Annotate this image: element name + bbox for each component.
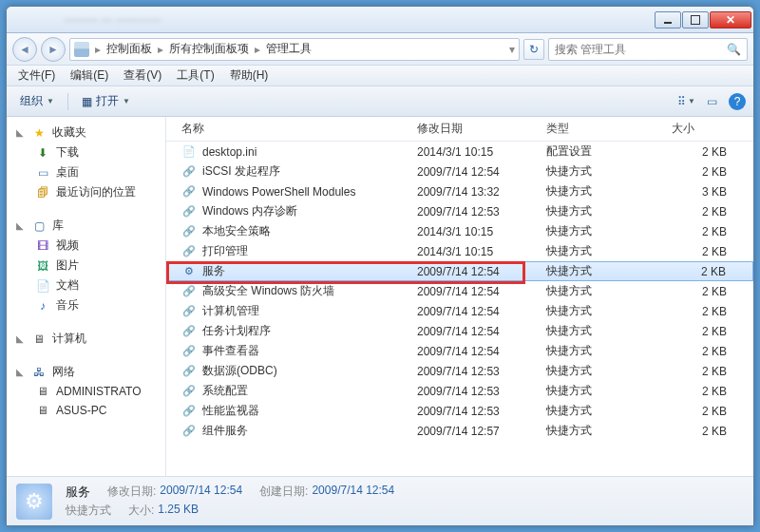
file-name: 打印管理 — [202, 243, 417, 259]
file-type: 快捷方式 — [546, 303, 672, 319]
sidebar-item[interactable]: 📄文档 — [7, 276, 165, 295]
file-size: 2 KB — [672, 165, 753, 179]
file-name: 系统配置 — [202, 383, 417, 399]
help-icon[interactable]: ? — [729, 93, 746, 110]
sidebar-group-head[interactable]: ◣★收藏夹 — [7, 123, 165, 142]
sidebar-item-label: ADMINISTRATO — [56, 385, 142, 398]
sidebar-item[interactable]: ⬇下载 — [7, 142, 165, 162]
file-row[interactable]: 🔗组件服务2009/7/14 12:57快捷方式2 KB — [166, 421, 753, 441]
search-input[interactable] — [555, 43, 727, 56]
file-row[interactable]: 🔗Windows PowerShell Modules2009/7/14 13:… — [166, 181, 753, 201]
file-icon: ⚙ — [181, 264, 197, 279]
col-type[interactable]: 类型 — [546, 121, 672, 137]
file-row[interactable]: ⚙服务2009/7/14 12:54快捷方式2 KB — [166, 261, 753, 281]
file-icon: 🔗 — [181, 284, 197, 299]
file-date: 2009/7/14 12:54 — [417, 285, 546, 298]
file-type: 快捷方式 — [546, 423, 672, 439]
expand-icon: ◣ — [16, 367, 26, 377]
chevron-down-icon: ▼ — [688, 97, 695, 105]
file-row[interactable]: 📄desktop.ini2014/3/1 10:15配置设置2 KB — [166, 142, 753, 162]
file-icon: 🔗 — [181, 404, 197, 419]
open-button[interactable]: ▦ 打开 ▼ — [76, 91, 136, 111]
chevron-down-icon: ▼ — [47, 97, 54, 105]
open-icon: ▦ — [82, 95, 92, 108]
nav-back-button[interactable]: ◄ — [12, 37, 37, 62]
sidebar-item[interactable]: 🖼图片 — [7, 256, 165, 276]
file-date: 2009/7/14 12:54 — [417, 265, 546, 278]
file-row[interactable]: 🔗数据源(ODBC)2009/7/14 12:53快捷方式2 KB — [166, 361, 753, 381]
file-icon: 🔗 — [181, 164, 197, 180]
breadcrumb-item[interactable]: 控制面板 — [103, 41, 156, 57]
breadcrumb-item[interactable]: 所有控制面板项 — [165, 41, 253, 57]
view-mode-button[interactable]: ⠿ ▼ — [677, 95, 695, 108]
file-row[interactable]: 🔗任务计划程序2009/7/14 12:54快捷方式2 KB — [166, 321, 753, 341]
close-button[interactable]: ✕ — [710, 11, 751, 28]
breadcrumb-item[interactable]: 管理工具 — [262, 41, 315, 57]
star-icon: ★ — [31, 125, 47, 141]
sidebar-item-label: 音乐 — [56, 297, 79, 314]
sidebar-group-head[interactable]: ◣🖥计算机 — [7, 329, 165, 349]
nav-forward-button[interactable]: ► — [41, 37, 66, 62]
file-row[interactable]: 🔗计算机管理2009/7/14 12:54快捷方式2 KB — [166, 301, 753, 321]
content-area: ◣★收藏夹⬇下载▭桌面🗐最近访问的位置◣▢库🎞视频🖼图片📄文档♪音乐◣🖥计算机◣… — [7, 117, 753, 476]
sidebar-item-label: 下载 — [56, 144, 79, 161]
file-row[interactable]: 🔗性能监视器2009/7/14 12:53快捷方式2 KB — [166, 401, 753, 421]
expand-icon: ◣ — [16, 127, 26, 138]
breadcrumb-root-icon — [74, 42, 89, 57]
menu-file[interactable]: 文件(F) — [12, 67, 61, 84]
sidebar-group-head[interactable]: ◣🖧网络 — [7, 362, 165, 382]
chevron-right-icon: ▸ — [158, 43, 163, 56]
menu-help[interactable]: 帮助(H) — [224, 67, 275, 84]
search-icon[interactable]: 🔍 — [727, 43, 741, 56]
file-row[interactable]: 🔗本地安全策略2014/3/1 10:15快捷方式2 KB — [166, 221, 753, 241]
search-box[interactable]: 🔍 — [548, 38, 748, 61]
status-bar: ⚙ 服务 修改日期:2009/7/14 12:54 创建日期:2009/7/14… — [7, 476, 753, 525]
pc-icon: 🖥 — [35, 384, 50, 399]
file-size: 2 KB — [672, 265, 752, 278]
col-date[interactable]: 修改日期 — [417, 121, 546, 137]
sidebar-group-head[interactable]: ◣▢库 — [7, 216, 165, 236]
file-row[interactable]: 🔗打印管理2014/3/1 10:15快捷方式2 KB — [166, 241, 753, 261]
file-date: 2014/3/1 10:15 — [417, 145, 546, 159]
dk-icon: ▭ — [35, 165, 50, 180]
minimize-button[interactable] — [655, 11, 681, 28]
sidebar-group-label: 计算机 — [52, 331, 86, 347]
file-row[interactable]: 🔗iSCSI 发起程序2009/7/14 12:54快捷方式2 KB — [166, 162, 753, 181]
sidebar-item[interactable]: 🎞视频 — [7, 236, 165, 256]
col-name[interactable]: 名称 — [181, 121, 417, 137]
sidebar-item[interactable]: ♪音乐 — [7, 295, 165, 315]
file-row[interactable]: 🔗Windows 内存诊断2009/7/14 12:53快捷方式2 KB — [166, 201, 753, 221]
rc-icon: 🗐 — [35, 185, 50, 200]
breadcrumb[interactable]: ▸ 控制面板 ▸ 所有控制面板项 ▸ 管理工具 ▾ — [69, 38, 520, 61]
file-type: 快捷方式 — [546, 323, 672, 339]
toolbar-right: ⠿ ▼ ▭ ? — [677, 93, 746, 110]
menu-tools[interactable]: 工具(T) — [171, 67, 219, 84]
sidebar: ◣★收藏夹⬇下载▭桌面🗐最近访问的位置◣▢库🎞视频🖼图片📄文档♪音乐◣🖥计算机◣… — [7, 117, 166, 476]
chevron-down-icon[interactable]: ▾ — [509, 43, 515, 56]
file-list: 📄desktop.ini2014/3/1 10:15配置设置2 KB🔗iSCSI… — [166, 142, 753, 476]
lib-icon: ▢ — [31, 218, 47, 234]
sidebar-item[interactable]: 🖥ASUS-PC — [7, 401, 165, 420]
file-row[interactable]: 🔗事件查看器2009/7/14 12:54快捷方式2 KB — [166, 341, 753, 361]
file-row[interactable]: 🔗高级安全 Windows 防火墙2009/7/14 12:54快捷方式2 KB — [166, 281, 753, 301]
pc-icon: 🖥 — [31, 332, 47, 347]
sidebar-item[interactable]: 🖥ADMINISTRATO — [7, 382, 165, 401]
menu-view[interactable]: 查看(V) — [118, 67, 167, 84]
separator — [67, 93, 68, 110]
file-type: 配置设置 — [546, 143, 672, 160]
col-size[interactable]: 大小 — [672, 121, 753, 137]
maximize-button[interactable] — [682, 11, 709, 28]
preview-pane-button[interactable]: ▭ — [707, 95, 717, 108]
file-date: 2009/7/14 12:54 — [417, 165, 546, 179]
file-row[interactable]: 🔗系统配置2009/7/14 12:53快捷方式2 KB — [166, 381, 753, 401]
file-date: 2014/3/1 10:15 — [417, 245, 546, 258]
file-type: 快捷方式 — [546, 383, 672, 399]
menu-edit[interactable]: 编辑(E) — [65, 67, 114, 84]
status-modified: 修改日期:2009/7/14 12:54 — [107, 484, 242, 501]
sidebar-item[interactable]: ▭桌面 — [7, 162, 165, 182]
refresh-button[interactable]: ↻ — [523, 39, 544, 60]
sidebar-item[interactable]: 🗐最近访问的位置 — [7, 182, 165, 202]
organize-button[interactable]: 组织 ▼ — [14, 91, 60, 111]
file-type: 快捷方式 — [546, 363, 672, 379]
sidebar-group-label: 收藏夹 — [52, 124, 86, 141]
